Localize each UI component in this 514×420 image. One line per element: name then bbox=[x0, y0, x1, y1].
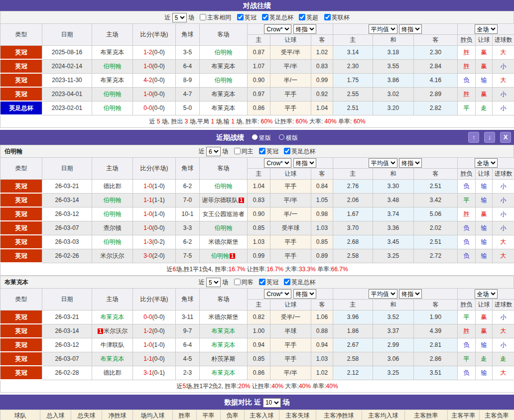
filter-checkbox-same-venue[interactable] bbox=[200, 14, 206, 20]
home-team[interactable]: 牛津联队 bbox=[92, 338, 133, 352]
close-button[interactable]: X bbox=[500, 132, 511, 143]
scope-select[interactable]: 全场 bbox=[475, 24, 498, 34]
team-name-link[interactable]: 德比郡 bbox=[104, 183, 122, 190]
near-games-select[interactable]: 5 bbox=[172, 13, 187, 22]
team-name-link[interactable]: 伯明翰 bbox=[104, 210, 122, 217]
team-name-link[interactable]: 伯明翰 bbox=[215, 183, 233, 190]
team-name-link[interactable]: 布莱克本 bbox=[212, 91, 236, 98]
away-team[interactable]: 米德尔斯堡 bbox=[200, 311, 248, 324]
team-name-link[interactable]: 朴茨茅斯 bbox=[212, 355, 236, 362]
avg-time-select[interactable]: 终指 bbox=[399, 289, 422, 299]
team-name-link[interactable]: 伯明翰 bbox=[104, 63, 122, 70]
odds-source-select[interactable]: Crow* bbox=[264, 289, 291, 299]
away-team[interactable]: 布莱克本 bbox=[200, 366, 248, 380]
away-team[interactable]: 米德尔斯堡 bbox=[200, 235, 248, 249]
team-name-link[interactable]: 米德尔斯堡 bbox=[209, 314, 239, 320]
away-team[interactable]: 布莱克本 bbox=[200, 338, 248, 352]
view-mode-radio-horizontal[interactable] bbox=[279, 134, 284, 140]
near-games-select[interactable]: 5 bbox=[206, 278, 221, 287]
scope-select[interactable]: 全场 bbox=[475, 289, 498, 299]
filter-checkbox-league-cup[interactable] bbox=[324, 14, 331, 20]
home-team[interactable]: 1米尔沃尔 bbox=[92, 324, 133, 338]
team-name-link[interactable]: 查尔顿 bbox=[104, 224, 122, 231]
team-name-link[interactable]: 布莱克本 bbox=[212, 105, 236, 111]
team-name-link[interactable]: 伯明翰 bbox=[215, 77, 233, 84]
away-team[interactable]: 伯明翰 bbox=[200, 221, 248, 235]
team-name-link[interactable]: 伯明翰 bbox=[104, 197, 122, 204]
avg-source-select[interactable]: 平均值 bbox=[369, 24, 397, 34]
avg-time-select[interactable]: 终指 bbox=[399, 24, 422, 34]
filter-label: 英超 bbox=[306, 14, 318, 21]
team-name-link[interactable]: 米德尔斯堡 bbox=[209, 238, 239, 245]
team-name-link[interactable]: 伯明翰 bbox=[215, 49, 233, 56]
home-team[interactable]: 布莱克本 bbox=[92, 73, 133, 87]
avg-source-select[interactable]: 平均值 bbox=[369, 289, 397, 299]
team-name-link[interactable]: 布莱克本 bbox=[212, 63, 236, 70]
odds-time-select[interactable]: 终指 bbox=[293, 24, 316, 34]
filter-checkbox-fa-cup[interactable] bbox=[284, 148, 290, 154]
team-name-link[interactable]: 布莱克本 bbox=[212, 341, 236, 348]
team-name-link[interactable]: 布莱克本 bbox=[212, 327, 236, 334]
near-games-select[interactable]: 10 bbox=[263, 398, 281, 408]
team-name-link[interactable]: 伯明翰 bbox=[215, 224, 233, 231]
home-team[interactable]: 查尔顿 bbox=[92, 221, 133, 235]
home-team[interactable]: 布莱克本 bbox=[92, 352, 133, 366]
away-team[interactable]: 女王公园巡游者 bbox=[200, 207, 248, 221]
away-team[interactable]: 布莱克本 bbox=[200, 101, 248, 115]
team-name-link[interactable]: 布莱克本 bbox=[101, 355, 125, 362]
away-team[interactable]: 布莱克本 bbox=[200, 87, 248, 101]
odds-source-select[interactable]: Crow* bbox=[264, 24, 291, 34]
filter-checkbox-premier-league[interactable] bbox=[299, 14, 305, 20]
team-name-link[interactable]: 布莱克本 bbox=[101, 77, 125, 84]
filter-checkbox-league-championship[interactable] bbox=[259, 279, 265, 285]
filter-checkbox-same-home[interactable] bbox=[234, 148, 241, 154]
home-team[interactable]: 德比郡 bbox=[92, 180, 133, 194]
home-team[interactable]: 布莱克本 bbox=[92, 311, 133, 324]
odds-source-select[interactable]: Crow* bbox=[264, 158, 291, 168]
away-team[interactable]: 朴茨茅斯 bbox=[200, 352, 248, 366]
team-name-link[interactable]: 伯明翰 bbox=[104, 105, 122, 111]
filter-checkbox-league-championship[interactable] bbox=[237, 14, 244, 20]
home-team[interactable]: 伯明翰 bbox=[92, 207, 133, 221]
team-name-link[interactable]: 米尔沃尔 bbox=[101, 252, 125, 259]
view-mode-radio-vertical[interactable] bbox=[252, 134, 257, 140]
home-team[interactable]: 伯明翰 bbox=[92, 235, 133, 249]
home-team[interactable]: 布莱克本 bbox=[92, 46, 133, 60]
team-name-link[interactable]: 布莱克本 bbox=[101, 314, 125, 320]
away-team[interactable]: 伯明翰 bbox=[200, 180, 248, 194]
odds-time-select[interactable]: 终指 bbox=[293, 158, 316, 168]
filter-checkbox-fa-cup[interactable] bbox=[262, 14, 268, 20]
team-name-link[interactable]: 伯明翰 bbox=[104, 91, 122, 98]
away-team[interactable]: 伯明翰 bbox=[200, 73, 248, 87]
avg-source-select[interactable]: 平均值 bbox=[369, 158, 397, 168]
avg-time-select[interactable]: 终指 bbox=[399, 158, 422, 168]
away-team[interactable]: 布莱克本 bbox=[200, 59, 248, 73]
scope-select[interactable]: 全场 bbox=[475, 158, 498, 168]
home-team[interactable]: 伯明翰 bbox=[92, 193, 133, 207]
away-team[interactable]: 谢菲尔德联队1 bbox=[200, 193, 248, 207]
filter-checkbox-league-championship[interactable] bbox=[259, 148, 265, 154]
team-name-link[interactable]: 牛津联队 bbox=[101, 341, 125, 348]
home-team[interactable]: 伯明翰 bbox=[92, 87, 133, 101]
home-team[interactable]: 德比郡 bbox=[92, 366, 133, 380]
home-team[interactable]: 米尔沃尔 bbox=[92, 249, 133, 263]
team-name-link[interactable]: 女王公园巡游者 bbox=[203, 210, 245, 217]
team-name-link[interactable]: 布莱克本 bbox=[212, 369, 236, 376]
filter-checkbox-same-away[interactable] bbox=[234, 279, 241, 285]
team-name-link[interactable]: 布莱克本 bbox=[101, 49, 125, 56]
team-name-link[interactable]: 伯明翰 bbox=[104, 238, 122, 245]
home-team[interactable]: 伯明翰 bbox=[92, 59, 133, 73]
team-name-link[interactable]: 德比郡 bbox=[104, 369, 122, 376]
move-up-button[interactable]: ↑ bbox=[468, 132, 479, 143]
away-team[interactable]: 伯明翰 bbox=[200, 46, 248, 60]
away-team[interactable]: 伯明翰1 bbox=[200, 249, 248, 263]
away-team[interactable]: 布莱克本 bbox=[200, 324, 248, 338]
near-games-select[interactable]: 6 bbox=[206, 147, 221, 156]
team-name-link[interactable]: 米尔沃尔 bbox=[104, 327, 128, 334]
move-down-button[interactable]: ↓ bbox=[484, 132, 495, 143]
home-team[interactable]: 伯明翰 bbox=[92, 101, 133, 115]
team-name-link[interactable]: 伯明翰 bbox=[211, 252, 229, 259]
odds-time-select[interactable]: 终指 bbox=[293, 289, 316, 299]
filter-checkbox-fa-cup[interactable] bbox=[284, 279, 290, 285]
team-name-link[interactable]: 谢菲尔德联队 bbox=[202, 197, 238, 204]
